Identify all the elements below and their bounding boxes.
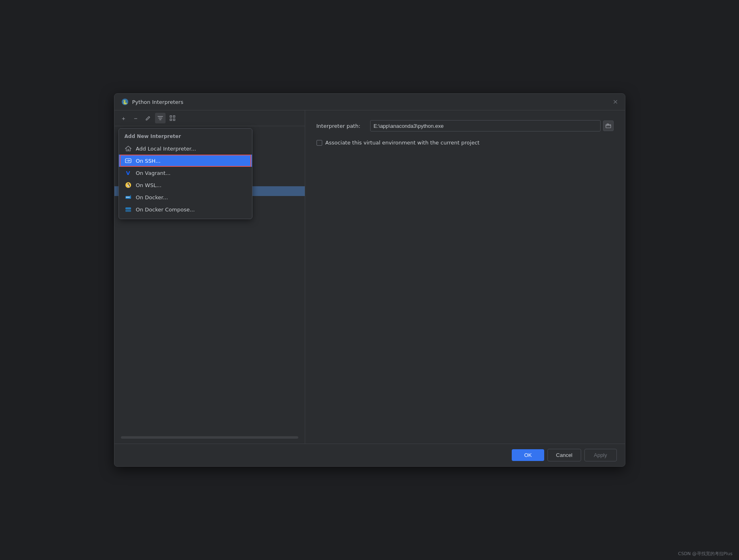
horizontal-scrollbar-area xyxy=(114,433,305,444)
svg-rect-2 xyxy=(170,116,172,117)
left-panel: + − xyxy=(114,110,305,444)
dialog-footer: OK Cancel Apply xyxy=(114,444,625,466)
toolbar: + − xyxy=(114,110,305,126)
add-button[interactable]: + xyxy=(118,113,129,123)
interpreter-path-input[interactable] xyxy=(370,120,601,131)
tree-button[interactable] xyxy=(167,113,178,123)
apply-button[interactable]: Apply xyxy=(584,449,617,461)
python-logo-icon: 🐍 xyxy=(121,98,129,106)
svg-rect-15 xyxy=(606,125,611,128)
interpreter-path-label: Interpreter path: xyxy=(317,123,365,129)
svg-rect-10 xyxy=(126,197,127,198)
interpreter-path-input-wrap xyxy=(370,120,614,131)
docker-compose-icon xyxy=(125,206,132,213)
dropdown-item-docker[interactable]: On Docker... xyxy=(119,191,252,203)
browse-button[interactable] xyxy=(603,121,614,131)
horizontal-scrollbar[interactable] xyxy=(121,436,298,439)
home-icon xyxy=(125,145,132,152)
dropdown-item-docker-compose[interactable]: On Docker Compose... xyxy=(119,203,252,215)
associate-label: Associate this virtual environment with … xyxy=(325,140,480,146)
associate-checkbox[interactable] xyxy=(317,140,322,146)
dialog-title: Python Interpreters xyxy=(132,99,183,105)
edit-button[interactable] xyxy=(143,113,153,123)
svg-rect-4 xyxy=(170,119,172,121)
dropdown-item-wsl[interactable]: 🐧 On WSL... xyxy=(119,179,252,191)
wsl-icon: 🐧 xyxy=(125,181,132,189)
vagrant-icon: V xyxy=(125,169,132,177)
svg-rect-3 xyxy=(173,116,175,117)
python-interpreters-dialog: 🐍 Python Interpreters × + − xyxy=(114,93,625,467)
interpreter-path-row: Interpreter path: xyxy=(317,120,614,131)
svg-rect-11 xyxy=(127,197,128,198)
svg-rect-5 xyxy=(173,119,175,121)
title-bar: 🐍 Python Interpreters × xyxy=(114,94,625,110)
svg-text:🐧: 🐧 xyxy=(126,183,131,187)
docker-icon xyxy=(125,194,132,201)
svg-rect-12 xyxy=(129,197,129,198)
watermark: CSDN @寻找宽的考拉Plus xyxy=(678,551,733,557)
ssh-icon xyxy=(125,157,132,164)
filter-button[interactable] xyxy=(155,113,166,123)
svg-rect-13 xyxy=(125,207,131,209)
close-button[interactable]: × xyxy=(613,99,618,105)
title-bar-left: 🐍 Python Interpreters xyxy=(121,98,183,106)
svg-text:🐍: 🐍 xyxy=(123,99,128,105)
dropdown-item-local[interactable]: Add Local Interpreter... xyxy=(119,142,252,155)
dropdown-item-ssh[interactable]: On SSH... xyxy=(119,155,252,167)
right-panel: Interpreter path: Associate this virtual… xyxy=(305,110,625,444)
ok-button[interactable]: OK xyxy=(512,449,544,461)
cancel-button[interactable]: Cancel xyxy=(547,449,581,461)
dropdown-header: Add New Interpreter xyxy=(119,132,252,142)
dropdown-item-vagrant[interactable]: V On Vagrant... xyxy=(119,167,252,179)
add-interpreter-dropdown: Add New Interpreter Add Local Interprete… xyxy=(118,128,252,219)
svg-rect-14 xyxy=(125,210,131,212)
remove-button[interactable]: − xyxy=(131,113,141,123)
dialog-body: + − xyxy=(114,110,625,444)
associate-checkbox-row: Associate this virtual environment with … xyxy=(317,140,614,146)
